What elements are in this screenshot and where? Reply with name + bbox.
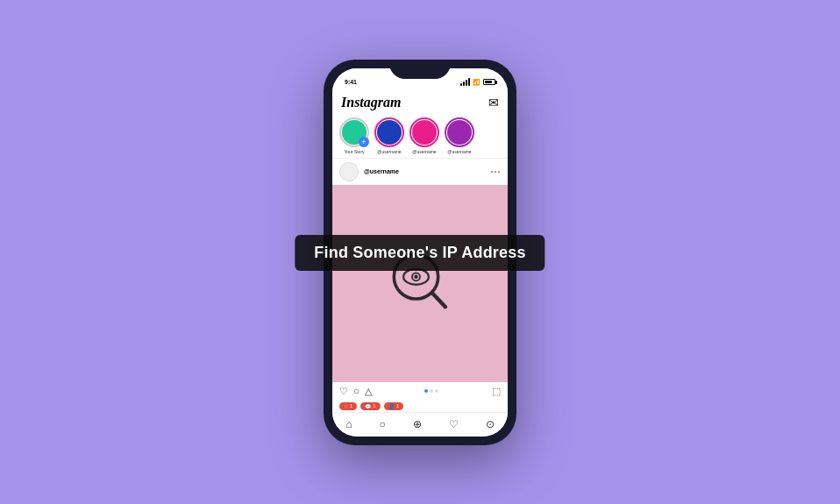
comment-badge-icon: 💬	[365, 403, 371, 409]
likes-row: ♡ 1 💬 1 👤 1	[332, 401, 508, 412]
post-options-icon[interactable]: ⋯	[490, 166, 501, 178]
nav-profile-icon[interactable]: ⊙	[486, 418, 495, 430]
ig-header: Instagram ✉	[332, 93, 508, 114]
comment-icon[interactable]: ○	[353, 386, 359, 396]
post-actions: ♡ ○ △ ⬚	[332, 382, 508, 401]
svg-point-3	[414, 275, 418, 280]
battery-icon	[483, 79, 495, 85]
bookmark-icon[interactable]: ⬚	[492, 386, 501, 397]
svg-line-4	[432, 294, 445, 307]
wifi-icon: 📶	[473, 79, 481, 86]
nav-heart-icon[interactable]: ♡	[449, 418, 459, 430]
story-user-1[interactable]: @username	[374, 117, 404, 154]
story-user-2[interactable]: @username	[409, 117, 439, 154]
nav-search-icon[interactable]: ○	[380, 418, 386, 430]
status-icons: 📶	[460, 78, 495, 86]
story-label-2: @username	[412, 149, 436, 154]
like-badge-icon: ♡	[344, 403, 348, 409]
ig-messenger-icon[interactable]: ✉	[488, 96, 499, 110]
story-label-1: @username	[377, 149, 401, 154]
like-icon[interactable]: ♡	[339, 386, 348, 397]
like-badge: ♡ 1	[339, 402, 357, 410]
time-display: 9:41	[345, 79, 357, 85]
nav-add-icon[interactable]: ⊕	[413, 418, 422, 430]
story-your-story[interactable]: Your Story	[339, 117, 369, 154]
dots-indicator	[377, 389, 487, 393]
share-badge-icon: 👤	[388, 403, 395, 409]
post-header: @username ⋯	[332, 158, 508, 185]
story-user-3[interactable]: @username	[445, 117, 474, 154]
banner-text: Find Someone's IP Address	[314, 244, 525, 261]
share-icon[interactable]: △	[365, 386, 372, 397]
post-username: @username	[364, 168, 490, 174]
bottom-nav: ⌂ ○ ⊕ ♡ ⊙	[332, 412, 508, 437]
stories-row: Your Story @username @username	[332, 114, 508, 158]
post-avatar	[339, 162, 359, 181]
notch	[389, 60, 451, 79]
ig-logo: Instagram	[341, 95, 401, 110]
share-badge-count: 1	[396, 403, 399, 408]
nav-home-icon[interactable]: ⌂	[345, 418, 352, 430]
signal-icon	[460, 78, 470, 86]
story-label-0: Your Story	[344, 149, 364, 154]
post-image	[332, 185, 508, 382]
text-banner: Find Someone's IP Address	[295, 235, 545, 271]
like-badge-count: 1	[350, 403, 352, 408]
comment-badge-count: 1	[373, 403, 375, 408]
story-label-3: @username	[447, 149, 471, 154]
share-badge: 👤 1	[384, 402, 403, 410]
comment-badge: 💬 1	[360, 402, 380, 410]
